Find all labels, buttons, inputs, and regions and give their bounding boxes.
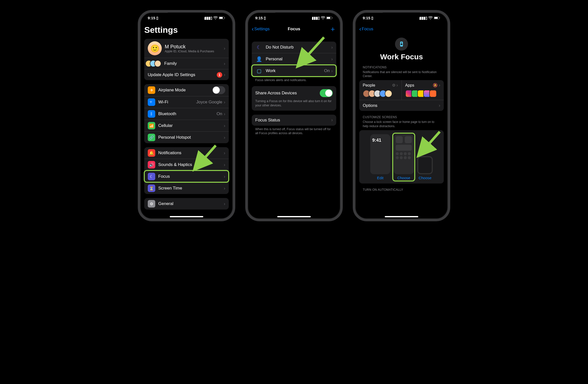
row-label: General bbox=[158, 201, 224, 206]
row-label: Screen Time bbox=[158, 186, 224, 191]
home-indicator[interactable] bbox=[277, 216, 311, 217]
choose-button[interactable]: Choose bbox=[418, 176, 432, 180]
settings-row-general[interactable]: ⚙︎General› bbox=[144, 198, 229, 210]
arrow-annotation-icon bbox=[191, 143, 221, 173]
cellular-signal-icon: ▮▮▮▯ bbox=[204, 16, 212, 20]
chevron-right-icon: › bbox=[224, 150, 225, 156]
back-label: Focus bbox=[362, 27, 373, 32]
edit-button[interactable]: Edit bbox=[377, 176, 384, 180]
options-row[interactable]: Options › bbox=[359, 100, 444, 111]
settings-row-screen-time[interactable]: ⏳Screen Time› bbox=[144, 182, 229, 194]
phone-work-focus: 9:15 ▯ ▮▮▮▯ ‹ Focus Work Focus NOTIFICAT… bbox=[353, 10, 450, 221]
modes-caption: Focus silences alerts and notifications. bbox=[252, 77, 336, 82]
arrow-annotation-icon bbox=[415, 129, 445, 159]
people-apps-group: People ⚙︎ › Apps 🔕 › bbox=[359, 80, 444, 111]
chevron-right-icon: › bbox=[224, 46, 225, 51]
family-avatars-icon bbox=[148, 60, 161, 67]
lock-screen-thumb[interactable]: 9:41 Edit bbox=[370, 134, 390, 180]
apple-id-row[interactable]: 🙂 M Potuck Apple ID, iCloud, Media & Pur… bbox=[144, 39, 229, 58]
settings-row-wi-fi[interactable]: ᯤWi-FiJoyce Google› bbox=[144, 96, 229, 108]
account-name: M Potuck bbox=[165, 44, 224, 50]
notch bbox=[383, 13, 420, 20]
people-cell[interactable]: People ⚙︎ › bbox=[359, 80, 402, 100]
arrow-annotation-icon bbox=[294, 35, 329, 70]
personal-icon: 👤 bbox=[255, 55, 263, 63]
status-time: 9:15 bbox=[148, 16, 155, 20]
watch-face-thumb[interactable]: Choose bbox=[417, 156, 433, 180]
chevron-right-icon: › bbox=[331, 117, 333, 123]
cellular-icon: 📶 bbox=[148, 122, 155, 129]
svg-rect-12 bbox=[440, 17, 440, 18]
settings-row-personal-hotspot[interactable]: 🔗Personal Hotspot› bbox=[144, 131, 229, 143]
battery-icon bbox=[326, 16, 333, 20]
chevron-right-icon: › bbox=[224, 162, 225, 167]
notif-header: NOTIFICATIONS bbox=[359, 61, 444, 70]
auto-header: TURN ON AUTOMATICALLY bbox=[359, 183, 444, 193]
airplane-mode-icon: ✈︎ bbox=[148, 86, 155, 94]
wifi-icon bbox=[213, 16, 218, 20]
home-screen-thumb[interactable]: Choose bbox=[394, 134, 414, 180]
update-badge: 1 bbox=[217, 72, 222, 78]
back-button[interactable]: ‹ Focus bbox=[359, 26, 373, 33]
chevron-right-icon: › bbox=[439, 83, 440, 88]
wi-fi-icon: ᯤ bbox=[148, 98, 155, 106]
choose-button[interactable]: Choose bbox=[397, 176, 410, 180]
bell-slash-icon: 🔕 bbox=[433, 83, 438, 88]
general-icon: ⚙︎ bbox=[148, 200, 155, 208]
row-label: Cellular bbox=[158, 123, 224, 128]
page-title: Settings bbox=[144, 25, 229, 35]
settings-row-bluetooth[interactable]: ᛒBluetoothOn› bbox=[144, 108, 229, 120]
apps-icons bbox=[405, 90, 440, 97]
battery-icon bbox=[434, 16, 440, 20]
wifi-icon bbox=[321, 16, 325, 20]
svg-rect-11 bbox=[434, 17, 438, 19]
wifi-icon bbox=[428, 16, 433, 20]
customize-header: CUSTOMIZE SCREENS bbox=[359, 111, 444, 120]
notif-caption: Notifications that are silenced will be … bbox=[359, 70, 444, 78]
home-indicator[interactable] bbox=[385, 216, 418, 217]
focus-icon: ☾ bbox=[148, 173, 155, 180]
row-toggle[interactable] bbox=[212, 86, 225, 94]
update-apple-id-row[interactable]: Update Apple ID Settings 1 › bbox=[144, 69, 229, 80]
add-button[interactable]: ＋ bbox=[329, 24, 336, 34]
focus-status-row[interactable]: Focus Status › bbox=[252, 115, 336, 126]
notch bbox=[275, 13, 313, 20]
gear-icon: ⚙︎ bbox=[392, 83, 396, 88]
row-label: Wi-Fi bbox=[158, 100, 196, 105]
chevron-right-icon: › bbox=[396, 83, 398, 88]
chevron-right-icon: › bbox=[331, 45, 333, 50]
chevron-right-icon: › bbox=[224, 72, 225, 77]
chevron-right-icon: › bbox=[224, 201, 225, 207]
notch bbox=[168, 13, 205, 20]
account-sub: Apple ID, iCloud, Media & Purchases bbox=[165, 50, 224, 53]
family-row[interactable]: Family › bbox=[144, 58, 229, 69]
svg-point-14 bbox=[401, 43, 402, 44]
share-toggle[interactable] bbox=[320, 89, 333, 97]
svg-rect-2 bbox=[224, 17, 225, 18]
home-indicator[interactable] bbox=[170, 216, 203, 217]
row-label: Bluetooth bbox=[158, 111, 216, 116]
share-row: Share Across Devices Turning a Focus on … bbox=[252, 86, 336, 111]
personal-hotspot-icon: 🔗 bbox=[148, 134, 155, 141]
do-not-disturb-icon: ☾ bbox=[255, 44, 263, 51]
settings-row-airplane-mode[interactable]: ✈︎Airplane Mode bbox=[144, 84, 229, 96]
account-group: 🙂 M Potuck Apple ID, iCloud, Media & Pur… bbox=[144, 39, 229, 80]
focus-status-group: Focus Status › bbox=[252, 115, 336, 126]
svg-line-9 bbox=[299, 37, 324, 65]
chevron-right-icon: › bbox=[331, 57, 333, 62]
chevron-left-icon: ‹ bbox=[252, 26, 254, 33]
settings-row-cellular[interactable]: 📶Cellular› bbox=[144, 120, 229, 131]
update-label: Update Apple ID Settings bbox=[148, 72, 217, 77]
customize-caption: Choose a lock screen face or home page t… bbox=[359, 120, 444, 128]
page-title: Work Focus bbox=[359, 53, 444, 61]
phone-focus-list: 9:15 ▯ ▮▮▮▯ ‹ Settings Focus ＋ ☾Do Not D… bbox=[245, 10, 343, 221]
status-extra-icon: ▯ bbox=[156, 16, 158, 20]
back-button[interactable]: ‹ Settings bbox=[252, 26, 270, 33]
phone-settings: 9:15 ▯ ▮▮▮▯ Settings 🙂 M Potuck Apple ID… bbox=[138, 10, 235, 221]
share-group: Share Across Devices Turning a Focus on … bbox=[252, 86, 336, 111]
sounds-haptics-icon: 🔊 bbox=[148, 161, 155, 168]
svg-rect-6 bbox=[327, 17, 330, 19]
network-group: ✈︎Airplane ModeᯤWi-FiJoyce Google›ᛒBluet… bbox=[144, 84, 229, 143]
row-detail: Joyce Google bbox=[196, 100, 222, 105]
apps-cell[interactable]: Apps 🔕 › bbox=[402, 80, 444, 100]
